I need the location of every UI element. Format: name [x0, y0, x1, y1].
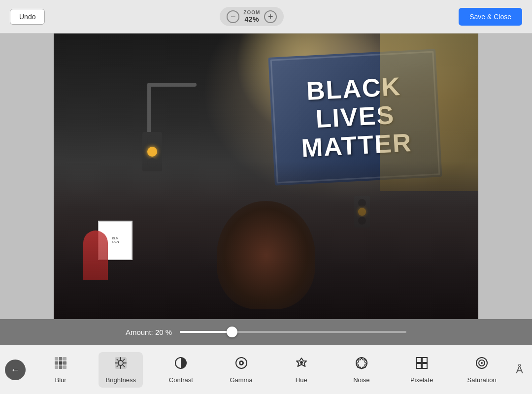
svg-rect-8: [63, 365, 66, 369]
grain-overlay: [54, 33, 478, 319]
amount-slider-track[interactable]: [180, 331, 406, 333]
svg-point-23: [300, 361, 303, 364]
svg-rect-26: [422, 358, 427, 362]
contrast-label: Contrast: [169, 376, 193, 384]
blur-icon: [54, 356, 67, 373]
back-button[interactable]: ←: [5, 360, 26, 380]
bottom-toolbar: ← Blur: [0, 345, 532, 394]
pixelate-label: Pixelate: [410, 376, 433, 384]
tool-brightness[interactable]: Brightness: [99, 352, 143, 388]
svg-point-22: [240, 362, 242, 364]
svg-point-31: [481, 362, 483, 364]
amount-bar: Amount: 20 %: [0, 319, 532, 345]
image-area: BLACK LIVES MATTER BLMSIGN: [0, 33, 532, 319]
zoom-value: 42%: [245, 15, 260, 23]
slider-fill: [180, 331, 232, 333]
brightness-label: Brightness: [106, 376, 136, 384]
tool-saturation[interactable]: Saturation: [460, 352, 504, 388]
zoom-text: ZOOM: [243, 10, 260, 15]
noise-label: Noise: [353, 376, 369, 384]
protest-photo: BLACK LIVES MATTER BLMSIGN: [54, 33, 478, 319]
tool-contrast[interactable]: Contrast: [159, 352, 203, 388]
tool-noise[interactable]: Noise: [339, 352, 384, 388]
svg-rect-4: [59, 361, 63, 364]
undo-button[interactable]: Undo: [10, 9, 45, 25]
back-icon: ←: [10, 364, 20, 375]
svg-rect-0: [55, 357, 58, 361]
zoom-out-button[interactable]: −: [227, 10, 239, 23]
amount-label: Amount: 20 %: [126, 328, 172, 336]
svg-rect-25: [416, 358, 421, 362]
tool-blur[interactable]: Blur: [38, 352, 83, 388]
svg-rect-5: [63, 361, 66, 364]
gamma-label: Gamma: [230, 376, 252, 384]
hue-label: Hue: [296, 376, 307, 384]
tool-hue[interactable]: Hue: [279, 352, 324, 388]
tools-container: Blur Brightness: [31, 352, 512, 388]
svg-rect-2: [63, 357, 66, 361]
pixelate-icon: [415, 356, 429, 373]
noise-icon: [355, 356, 368, 373]
header: Undo − ZOOM 42% + Save & Close: [0, 0, 532, 33]
svg-rect-28: [422, 363, 427, 368]
tool-pixelate[interactable]: Pixelate: [399, 352, 444, 388]
saturation-label: Saturation: [467, 376, 497, 384]
gamma-icon: [234, 356, 248, 373]
zoom-label: ZOOM 42%: [243, 10, 260, 23]
save-close-button[interactable]: Save & Close: [459, 8, 522, 26]
zoom-in-button[interactable]: +: [264, 10, 277, 23]
svg-rect-7: [59, 365, 63, 369]
slider-thumb[interactable]: [227, 327, 237, 337]
hue-icon: [295, 356, 308, 373]
svg-rect-1: [59, 357, 63, 361]
saturation-icon: [475, 356, 489, 373]
svg-rect-27: [416, 363, 421, 368]
contrast-icon: [174, 356, 188, 373]
brightness-icon: [114, 356, 128, 373]
svg-rect-6: [55, 365, 58, 369]
tool-gamma[interactable]: Gamma: [219, 352, 264, 388]
blur-label: Blur: [55, 376, 66, 384]
svg-rect-3: [55, 361, 58, 364]
zoom-control: − ZOOM 42% +: [220, 7, 284, 26]
more-button[interactable]: Å: [512, 360, 527, 380]
